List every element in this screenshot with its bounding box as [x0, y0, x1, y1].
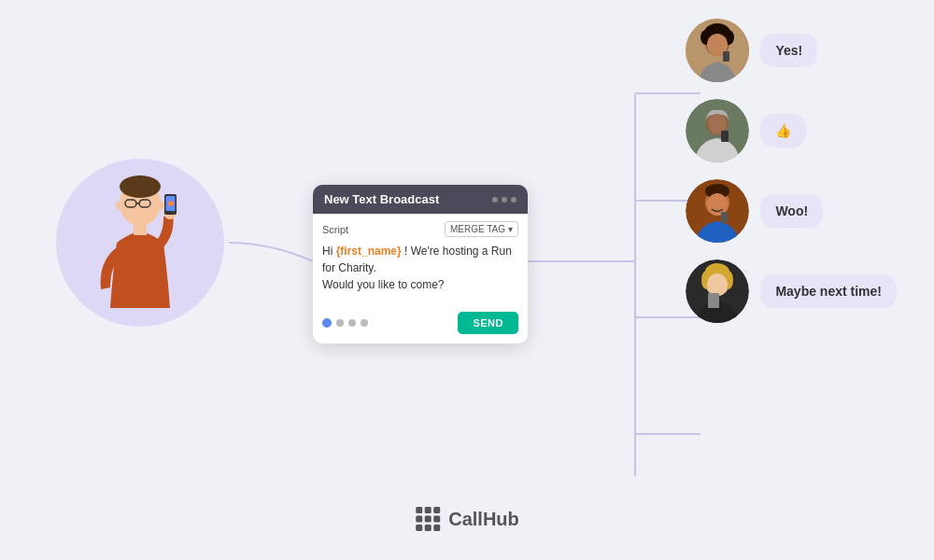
script-content: Hi {first_name} ! We're hosting a Run fo…: [322, 243, 518, 299]
response-item-4: Maybe next time!: [686, 259, 897, 323]
svg-rect-35: [416, 507, 422, 513]
avatar-4: [686, 259, 749, 323]
svg-rect-37: [433, 507, 440, 513]
broadcast-modal: New Text Broadcast Script MERGE TAG ▾ Hi…: [313, 185, 528, 343]
modal-title: New Text Broadcast: [324, 192, 439, 206]
progress-dot-1: [322, 318, 332, 328]
avatar-3: [686, 179, 749, 243]
svg-rect-42: [425, 525, 432, 531]
response-item-3: Woo!: [686, 179, 897, 243]
response-text-1: Yes!: [775, 43, 802, 58]
svg-point-33: [707, 273, 728, 296]
avatar-1: [686, 19, 749, 82]
progress-dot-4: [361, 319, 368, 327]
merge-tag-button[interactable]: MERGE TAG ▾: [445, 221, 518, 237]
avatar-3-illustration: [686, 179, 749, 243]
svg-rect-27: [721, 212, 728, 222]
svg-rect-34: [708, 293, 719, 308]
response-item-1: Yes!: [686, 19, 897, 82]
script-label: Script: [322, 224, 348, 235]
svg-point-6: [157, 201, 164, 210]
avatar-1-illustration: [686, 19, 749, 82]
svg-rect-36: [425, 507, 432, 513]
person-avatar: [56, 159, 224, 327]
avatar-2-illustration: [686, 99, 749, 162]
modal-body: Script MERGE TAG ▾ Hi {first_name} ! We'…: [313, 214, 528, 306]
send-button[interactable]: SEND: [458, 312, 518, 334]
modal-toolbar: Script MERGE TAG ▾: [322, 221, 518, 237]
response-container: Yes! 👍: [686, 19, 897, 323]
progress-dot-2: [336, 319, 344, 327]
svg-rect-22: [721, 131, 729, 142]
response-bubble-4: Maybe next time!: [760, 274, 897, 308]
response-item-2: 👍: [686, 99, 897, 162]
response-text-3: Woo!: [775, 203, 808, 218]
modal-dot-1: [492, 197, 498, 203]
progress-dot-3: [348, 319, 356, 327]
modal-dot-2: [502, 197, 507, 203]
svg-rect-41: [416, 525, 422, 531]
svg-rect-39: [425, 516, 432, 523]
svg-point-10: [168, 201, 174, 206]
callhub-icon: [415, 506, 441, 532]
response-bubble-2: 👍: [760, 114, 806, 147]
svg-rect-40: [433, 516, 440, 523]
avatar-4-illustration: [686, 259, 749, 323]
svg-rect-38: [416, 516, 422, 523]
progress-dots: [322, 318, 368, 328]
response-bubble-3: Woo!: [760, 194, 823, 228]
response-text-2: 👍: [775, 123, 791, 138]
modal-dot-3: [511, 197, 517, 203]
callhub-logo: CallHub: [415, 506, 519, 532]
response-text-4: Maybe next time!: [775, 284, 882, 299]
modal-header: New Text Broadcast: [313, 185, 528, 214]
svg-point-1: [120, 175, 161, 198]
script-prefix: Hi: [322, 245, 336, 258]
modal-dots: [492, 197, 517, 203]
chevron-down-icon: ▾: [508, 224, 513, 234]
person-illustration: [75, 168, 205, 317]
merge-tag-value: {first_name}: [336, 245, 402, 258]
avatar-2: [686, 99, 749, 162]
svg-rect-43: [433, 525, 440, 531]
svg-rect-18: [723, 51, 729, 62]
modal-footer: SEND: [313, 306, 528, 343]
svg-rect-11: [134, 224, 147, 235]
callhub-name: CallHub: [448, 509, 519, 530]
response-bubble-1: Yes!: [760, 34, 817, 67]
svg-point-5: [116, 201, 123, 210]
